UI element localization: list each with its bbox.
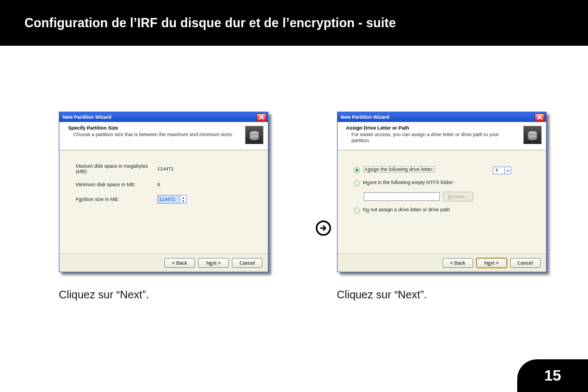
partition-size-dialog: New Partition Wizard Specify Partition S…	[59, 112, 268, 272]
max-space-row: Maxium disk space in megabytes (MB): 114…	[76, 163, 257, 174]
label: Maxium disk space in megabytes (MB):	[76, 163, 154, 174]
titlebar: New Partition Wizard	[338, 112, 546, 122]
partition-size-row: Partition size in MB: ▲▼	[76, 195, 257, 204]
drive-letter-value: F	[495, 168, 499, 173]
step-left: New Partition Wizard Specify Partition S…	[59, 112, 310, 301]
header-desc: For easier access, you can assign a driv…	[352, 132, 518, 144]
chevron-down-icon[interactable]: ▼	[180, 199, 186, 203]
page-header-bar: Configuration de l’IRF du disque dur et …	[0, 0, 588, 46]
header-title: Specify Partition Size	[68, 125, 240, 131]
page-title: Configuration de l’IRF du disque dur et …	[24, 16, 396, 30]
step-caption: Cliquez sur “Next”.	[59, 289, 310, 301]
dialog-header: Assign Drive Letter or Path For easier a…	[338, 122, 546, 150]
drive-letter-select[interactable]: F	[493, 167, 511, 174]
label: Partition size in MB:	[76, 197, 154, 202]
dialog-body: Assign the following drive letter: F Mou…	[338, 150, 546, 259]
option-label: Do not assign a drive letter or drive pa…	[363, 207, 450, 212]
next-button[interactable]: Next >	[198, 258, 229, 268]
flow-arrow	[310, 155, 336, 301]
window-title: New Partition Wizard	[341, 114, 389, 120]
chevron-down-icon[interactable]	[504, 167, 511, 174]
titlebar: New Partition Wizard	[59, 112, 268, 122]
browse-button: BBrowse...rowse...	[443, 192, 474, 201]
option-mount-folder[interactable]: Mount in the following empty NTFS folder…	[354, 180, 535, 201]
button-bar: < Back Next > Cancel	[338, 253, 546, 272]
option-label: Assign the following drive letter:	[363, 167, 436, 172]
back-button[interactable]: < Back	[443, 258, 473, 268]
min-space-row: Minimum disk space in MB: 8	[76, 182, 257, 187]
page-number-tab: 15	[517, 359, 588, 392]
header-desc: Choose a partition size that is between …	[74, 132, 240, 138]
radio-icon[interactable]	[354, 180, 360, 186]
close-icon[interactable]	[535, 113, 544, 121]
dialog-header: Specify Partition Size Choose a partitio…	[59, 122, 268, 150]
step-caption: Cliquez sur “Next”.	[337, 289, 588, 301]
spinner-arrows[interactable]: ▲▼	[180, 195, 186, 203]
disk-icon	[245, 126, 264, 144]
back-button[interactable]: < Back	[164, 258, 195, 268]
label: Minimum disk space in MB:	[76, 182, 154, 187]
value: 114471	[157, 166, 174, 171]
dialog-body: Maxium disk space in megabytes (MB): 114…	[59, 150, 268, 259]
header-title: Assign Drive Letter or Path	[346, 125, 518, 131]
option-no-letter[interactable]: Do not assign a drive letter or drive pa…	[354, 207, 535, 213]
disk-icon	[523, 126, 542, 144]
option-label: Mount in the following empty NTFS folder…	[363, 180, 455, 185]
chevron-up-icon[interactable]: ▲	[180, 195, 186, 199]
drive-letter-dialog: New Partition Wizard Assign Drive Letter…	[337, 112, 547, 272]
next-button[interactable]: Next >	[476, 258, 507, 268]
option-assign-letter[interactable]: Assign the following drive letter: F	[354, 167, 535, 174]
radio-icon[interactable]	[354, 167, 360, 173]
radio-icon[interactable]	[354, 207, 360, 213]
partition-size-input[interactable]: ▲▼	[157, 195, 187, 204]
spinner-value[interactable]	[158, 195, 180, 203]
window-title: New Partition Wizard	[63, 114, 111, 120]
cancel-button[interactable]: Cancel	[510, 258, 541, 268]
arrow-right-icon	[316, 220, 331, 236]
folder-path-input[interactable]	[364, 192, 440, 201]
step-right: New Partition Wizard Assign Drive Letter…	[337, 112, 588, 301]
value: 8	[157, 182, 160, 187]
close-icon[interactable]	[256, 113, 266, 121]
page-number: 15	[544, 367, 561, 384]
cancel-button[interactable]: Cancel	[232, 258, 262, 268]
button-bar: < Back Next > Cancel	[59, 253, 268, 272]
